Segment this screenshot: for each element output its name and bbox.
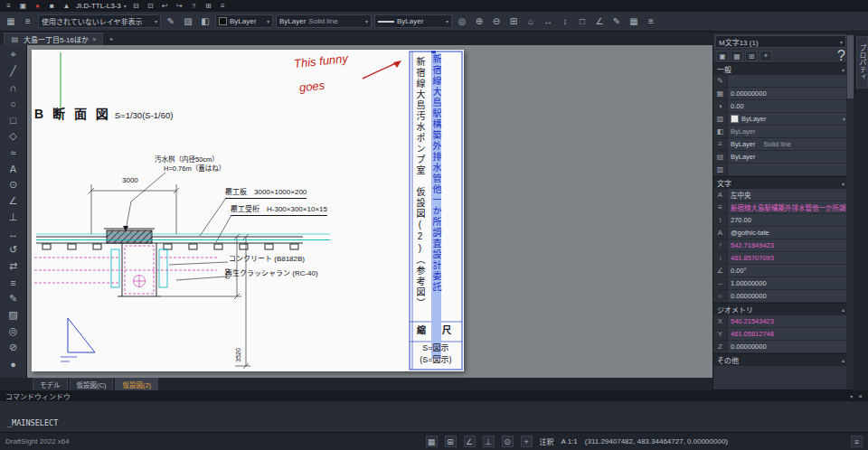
prop-value-rotation[interactable]: 0.00° <box>728 265 848 277</box>
command-prompt[interactable]: _MAINSELECT <box>7 418 58 427</box>
sheet-tab-layout-2[interactable]: 仮設図(2) <box>115 378 158 391</box>
prop-value-insert-y[interactable]: 461.85707093 <box>728 252 848 264</box>
tool-text-button[interactable]: A <box>3 161 24 176</box>
copy-settings-button[interactable]: ⊞ <box>745 51 758 61</box>
prop-value-oblique[interactable]: 0.00000000 <box>728 290 848 302</box>
prop-value[interactable]: 0.00 <box>728 100 848 112</box>
tool-mirror-button[interactable]: ⇄ <box>3 258 24 274</box>
tool-properties-button[interactable]: ● <box>3 356 24 371</box>
prop-value-layer[interactable]: ByLayer <box>728 126 848 137</box>
scroll-button[interactable]: ↕ <box>558 14 572 29</box>
tool-point-button[interactable]: ⊙ <box>3 177 24 192</box>
save-button[interactable]: ⊟ <box>131 0 141 12</box>
drawing-sheet[interactable]: B 断 面 図S=1/30(S-1/60) This funny goes 汚水… <box>32 50 464 371</box>
layer-manager-button[interactable]: ✎ <box>164 14 178 29</box>
color-combo[interactable]: ByLayer ▾ <box>215 14 273 28</box>
tool-move-button[interactable]: ↔ <box>3 226 24 241</box>
props-scrollbar[interactable] <box>846 33 854 389</box>
pick-point-button[interactable]: ⌖ <box>760 51 772 61</box>
section-header-general[interactable]: 一般 ▴ <box>713 62 848 75</box>
document-title-combo[interactable]: JI.D-TTL-L3-3 ▾ <box>76 2 127 10</box>
annotation-label[interactable]: 注釈 <box>540 436 554 446</box>
grid-button[interactable]: ⊞ <box>203 0 213 12</box>
layer-preview-button[interactable]: ◧ <box>198 14 212 29</box>
print-button[interactable]: ⊡ <box>146 0 156 12</box>
tool-line-button[interactable]: ╱ <box>3 63 24 79</box>
tool-polygon-button[interactable]: ◇ <box>3 128 24 144</box>
layer-tools-button[interactable]: ▦ <box>4 14 18 29</box>
command-window[interactable]: _MAINSELECT <box>0 401 868 433</box>
layer-state-button[interactable]: ▨ <box>181 14 195 29</box>
prop-value-justification[interactable]: 左中央 <box>728 189 848 201</box>
tool-offset-button[interactable]: ≡ <box>3 275 24 290</box>
new-tab-button[interactable]: + <box>107 33 117 45</box>
ortho-toggle[interactable]: ∠ <box>464 436 476 447</box>
tool-circle-button[interactable]: ○ <box>3 96 24 111</box>
properties-palette-tab[interactable]: プロパティ <box>856 36 868 89</box>
list-button[interactable]: ≡ <box>218 0 228 12</box>
tool-select-button[interactable]: ⌖ <box>3 47 24 62</box>
tool-rectangle-button[interactable]: □ <box>3 112 24 127</box>
quick-select-button[interactable]: ▦ <box>731 51 743 61</box>
tool-spline-button[interactable]: ≈ <box>3 145 24 160</box>
grid-toggle[interactable]: ▦ <box>426 436 438 447</box>
app-menu-icon[interactable]: ≡ <box>4 0 14 12</box>
select-entities-button[interactable]: ▣ <box>716 51 729 61</box>
document-tab[interactable]: ▤ 大島一丁目5-16ほか × <box>4 33 103 45</box>
help-icon[interactable]: ? <box>837 48 845 64</box>
tool-edit-button[interactable]: ✎ <box>3 291 24 306</box>
edit-button[interactable]: ✎ <box>609 14 624 29</box>
tool-hatch-button[interactable]: ▨ <box>3 307 24 323</box>
prop-value-linestyle[interactable]: ByLayer Solid line <box>728 138 848 150</box>
layers-button[interactable]: ▦ <box>627 14 641 29</box>
angle-measure-button[interactable]: ∠ <box>592 14 607 29</box>
prop-value-text-content[interactable]: 新宿線大島駅構築外排水管他一か所調査設計委託 <box>728 202 848 213</box>
status-menu-button[interactable]: ≡ <box>851 436 863 447</box>
tool-angle-dim-button[interactable]: ∠ <box>3 193 24 209</box>
toolbar-menu-button[interactable]: ≡ <box>644 14 658 29</box>
tool-rotate-button[interactable]: ↺ <box>3 242 24 258</box>
sheet-tab-model[interactable]: モデル <box>33 378 68 391</box>
prop-value-color[interactable]: ByLayer ▾ <box>728 113 848 125</box>
prop-value-width-factor[interactable]: 1.00000000 <box>728 277 848 289</box>
prop-value-text-height[interactable]: 270.00 <box>728 214 848 226</box>
prop-value[interactable] <box>728 75 848 87</box>
section-header-text[interactable]: 文字 ▴ <box>713 176 848 189</box>
sheet-tab-layout-1[interactable]: 仮設図(C) <box>70 378 114 391</box>
etrack-toggle[interactable]: + <box>521 436 533 447</box>
drawing-canvas[interactable]: B 断 面 図S=1/30(S-1/60) This funny goes 汚水… <box>27 45 712 378</box>
close-icon[interactable]: × <box>92 35 97 43</box>
home-view-button[interactable]: ⌂ <box>524 14 538 29</box>
chevron-down-icon[interactable]: ▾ <box>850 393 853 399</box>
tool-erase-button[interactable]: ⊘ <box>3 340 24 355</box>
lineweight-combo[interactable]: ByLayer ▾ <box>374 14 452 28</box>
layer-list-button[interactable]: ≡ <box>21 14 35 29</box>
tool-arc-button[interactable]: ∩ <box>3 80 24 95</box>
prop-value-lineweight[interactable]: ByLayer <box>728 151 848 163</box>
esnap-toggle[interactable]: ⊙ <box>502 436 514 447</box>
tool-perpendicular-button[interactable]: ⊥ <box>3 210 24 225</box>
prop-value-insert-x[interactable]: 542.71849423 <box>728 239 848 251</box>
command-window-header[interactable]: コマンドウィンドウ ▾ × <box>0 390 868 401</box>
prop-value[interactable] <box>728 164 848 175</box>
entity-selector-combo[interactable]: M文字13 (1) ▾ <box>715 35 846 48</box>
linestyle-combo[interactable]: ByLayer Solid line ▾ <box>276 14 372 28</box>
redo-button[interactable]: ↪ <box>175 0 184 12</box>
undo-button[interactable]: ↩ <box>160 0 170 12</box>
section-header-geometry[interactable]: ジオメトリ ▴ <box>713 303 848 315</box>
close-icon[interactable]: × <box>858 392 863 400</box>
prop-value-position-z[interactable]: 0.00000000 <box>728 341 848 352</box>
help-button[interactable]: ? <box>189 0 199 12</box>
zoom-extents-button[interactable]: ⊞ <box>506 14 521 29</box>
rectangle-select-button[interactable]: □ <box>575 14 590 29</box>
layer-filter-combo[interactable]: 使用されていないレイヤ非表示 ▾ <box>38 14 161 28</box>
zoom-in-button[interactable]: ⊕ <box>472 14 486 29</box>
section-header-misc[interactable]: その他 ▴ <box>713 353 848 366</box>
snap-toggle[interactable]: ⊞ <box>445 436 457 447</box>
zoom-window-button[interactable]: ◎ <box>455 14 469 29</box>
tool-zoom-button[interactable]: ◎ <box>3 323 24 339</box>
prop-value[interactable]: 0.00000000 <box>728 88 848 99</box>
prop-value-font[interactable]: @gothic-tate <box>728 227 848 239</box>
annotation-scale-badge[interactable]: A 1:1 <box>561 437 578 445</box>
zoom-out-button[interactable]: ⊖ <box>489 14 504 29</box>
